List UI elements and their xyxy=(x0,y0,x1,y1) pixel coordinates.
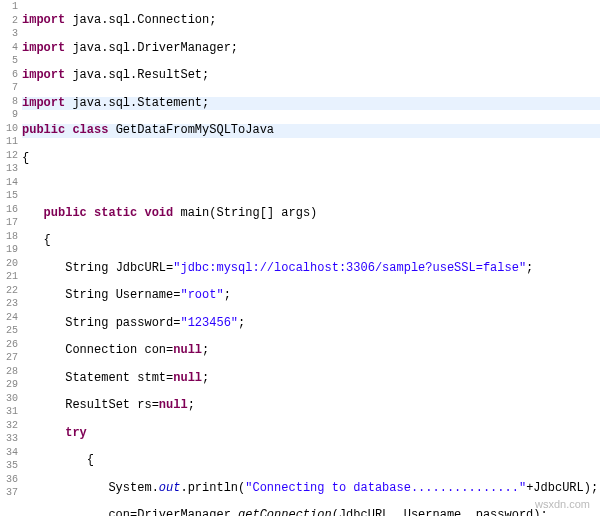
method-sig: main(String[] args) xyxy=(173,206,317,220)
line-number: 30 xyxy=(0,392,18,406)
line-number: 17 xyxy=(0,216,18,230)
semi: ; xyxy=(202,371,209,385)
code-line: String password="123456"; xyxy=(22,317,600,331)
watermark: wsxdn.com xyxy=(535,498,590,510)
var-decl: ResultSet rs= xyxy=(65,398,159,412)
line-number: 27 xyxy=(0,351,18,365)
brace: { xyxy=(22,151,29,165)
code-line: try xyxy=(22,427,600,441)
keyword-public: public xyxy=(22,123,65,137)
code-line: ResultSet rs=null; xyxy=(22,399,600,413)
line-number: 23 xyxy=(0,297,18,311)
line-number: 6 xyxy=(0,68,18,82)
line-number: 29 xyxy=(0,378,18,392)
line-number: 11 xyxy=(0,135,18,149)
code-line: Statement stmt=null; xyxy=(22,372,600,386)
string-literal: "Connecting to database..............." xyxy=(245,481,526,495)
line-number: 15 xyxy=(0,189,18,203)
line-number: 16 xyxy=(0,203,18,217)
var-decl: String password= xyxy=(65,316,180,330)
line-number: 33 xyxy=(0,432,18,446)
code-line: String Username="root"; xyxy=(22,289,600,303)
keyword-static: static xyxy=(94,206,137,220)
import-text: java.sql.Statement; xyxy=(65,96,209,110)
var-decl: String Username= xyxy=(65,288,180,302)
code-line: import java.sql.Statement; xyxy=(22,97,600,111)
keyword-import: import xyxy=(22,13,65,27)
concat: +JdbcURL); xyxy=(526,481,598,495)
keyword-null: null xyxy=(173,343,202,357)
code-line: public static void main(String[] args) xyxy=(22,207,600,221)
line-number: 24 xyxy=(0,311,18,325)
import-text: java.sql.ResultSet; xyxy=(65,68,209,82)
string-literal: "jdbc:mysql://localhost:3306/sample?useS… xyxy=(173,261,526,275)
field-out: out xyxy=(159,481,181,495)
line-number: 28 xyxy=(0,365,18,379)
line-number: 8 xyxy=(0,95,18,109)
keyword-class: class xyxy=(72,123,108,137)
semi: ; xyxy=(224,288,231,302)
brace: { xyxy=(44,233,51,247)
code-line: { xyxy=(22,152,600,166)
line-number: 22 xyxy=(0,284,18,298)
var-decl: Connection con= xyxy=(65,343,173,357)
semi: ; xyxy=(526,261,533,275)
line-number: 34 xyxy=(0,446,18,460)
line-number: 32 xyxy=(0,419,18,433)
var-decl: Statement stmt= xyxy=(65,371,173,385)
line-number: 25 xyxy=(0,324,18,338)
line-number: 36 xyxy=(0,473,18,487)
line-number: 10 xyxy=(0,122,18,136)
line-number: 9 xyxy=(0,108,18,122)
code-line: import java.sql.Connection; xyxy=(22,14,600,28)
keyword-import: import xyxy=(22,96,65,110)
line-number: 12 xyxy=(0,149,18,163)
code-line: String JdbcURL="jdbc:mysql://localhost:3… xyxy=(22,262,600,276)
line-number: 31 xyxy=(0,405,18,419)
sysout: System. xyxy=(108,481,158,495)
import-text: java.sql.DriverManager; xyxy=(65,41,238,55)
line-number: 7 xyxy=(0,81,18,95)
line-number: 14 xyxy=(0,176,18,190)
semi: ; xyxy=(202,343,209,357)
line-number: 18 xyxy=(0,230,18,244)
line-number: 1 xyxy=(0,0,18,14)
assign: con=DriverManager. xyxy=(108,508,238,516)
semi: ; xyxy=(238,316,245,330)
semi: ; xyxy=(188,398,195,412)
line-number: 13 xyxy=(0,162,18,176)
line-number: 35 xyxy=(0,459,18,473)
line-number: 3 xyxy=(0,27,18,41)
var-decl: String JdbcURL= xyxy=(65,261,173,275)
line-number: 20 xyxy=(0,257,18,271)
brace: { xyxy=(87,453,94,467)
line-number: 37 xyxy=(0,486,18,500)
line-numbers: 1 2 3 4 5 6 7 8 9 10 11 12 13 14 15 16 1… xyxy=(0,0,22,516)
code-line: public class GetDataFromMySQLToJava xyxy=(22,124,600,138)
class-name: GetDataFromMySQLToJava xyxy=(108,123,274,137)
code-line: import java.sql.ResultSet; xyxy=(22,69,600,83)
keyword-null: null xyxy=(159,398,188,412)
string-literal: "123456" xyxy=(180,316,238,330)
code-line: Connection con=null; xyxy=(22,344,600,358)
keyword-public: public xyxy=(44,206,87,220)
import-text: java.sql.Connection; xyxy=(65,13,216,27)
code-editor: 1 2 3 4 5 6 7 8 9 10 11 12 13 14 15 16 1… xyxy=(0,0,600,516)
string-literal: "root" xyxy=(180,288,223,302)
code-line: System.out.println("Connecting to databa… xyxy=(22,482,600,496)
keyword-null: null xyxy=(173,371,202,385)
code-content[interactable]: import java.sql.Connection; import java.… xyxy=(22,0,600,516)
keyword-import: import xyxy=(22,68,65,82)
line-number: 4 xyxy=(0,41,18,55)
keyword-import: import xyxy=(22,41,65,55)
line-number: 5 xyxy=(0,54,18,68)
code-line: { xyxy=(22,454,600,468)
code-line: con=DriverManager.getConnection(JdbcURL,… xyxy=(22,509,600,516)
method-call: getConnection xyxy=(238,508,332,516)
code-line: { xyxy=(22,234,600,248)
args: (JdbcURL, Username, password); xyxy=(332,508,548,516)
line-number: 2 xyxy=(0,14,18,28)
keyword-void: void xyxy=(144,206,173,220)
line-number: 26 xyxy=(0,338,18,352)
code-line xyxy=(22,179,600,193)
